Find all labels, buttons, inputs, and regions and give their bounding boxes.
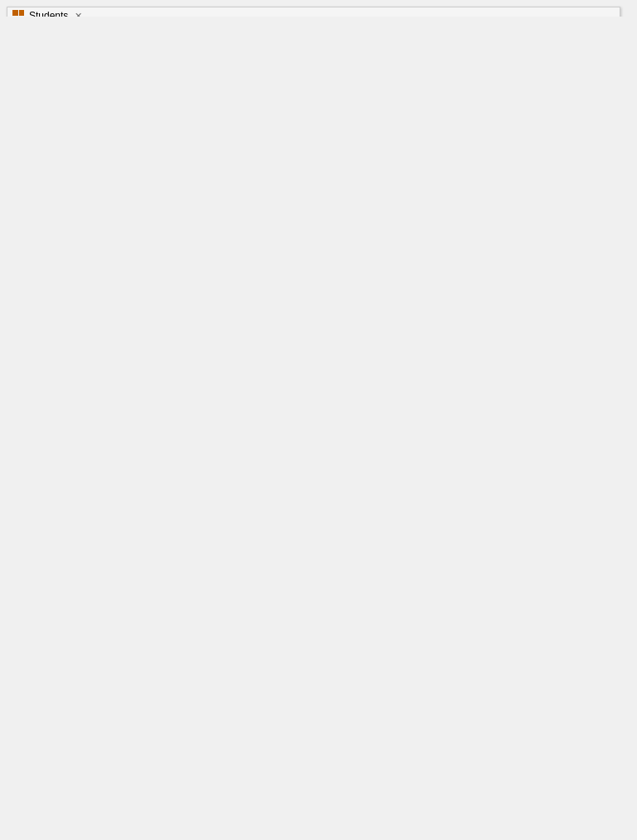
students-window: Students ✕ StudentID ▼ FirstName ▼ (7, 7, 620, 17)
students-title-bar: Students ✕ (7, 7, 620, 17)
students-title: Students (29, 10, 68, 17)
students-grid-icon (12, 10, 24, 17)
students-close-btn[interactable]: ✕ (75, 11, 82, 17)
